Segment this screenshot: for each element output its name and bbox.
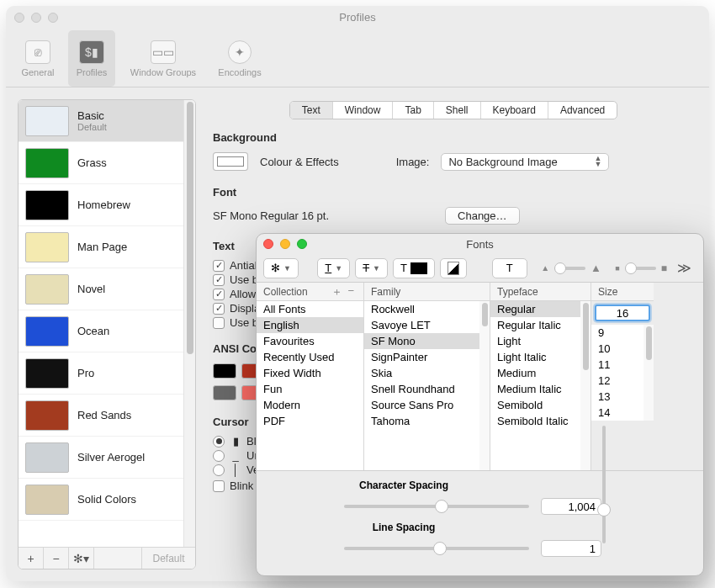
- font-item[interactable]: Rockwell: [364, 301, 479, 317]
- font-item[interactable]: Regular: [490, 301, 580, 317]
- background-section-title: Background: [213, 131, 697, 144]
- font-item[interactable]: SF Mono: [364, 333, 479, 349]
- char-spacing-slider[interactable]: [344, 505, 529, 508]
- toolbar-encodings[interactable]: ✦ Encodings: [211, 30, 268, 87]
- profile-row-pro[interactable]: Pro: [19, 352, 183, 395]
- shadow-blur-slider[interactable]: [625, 267, 656, 270]
- profile-row-novel[interactable]: Novel: [19, 268, 183, 310]
- cursor-radio[interactable]: [213, 450, 225, 462]
- shadow-opacity-slider[interactable]: [554, 267, 585, 270]
- size-slider[interactable]: [602, 426, 606, 543]
- font-item[interactable]: Medium: [490, 365, 580, 381]
- toolbar-profiles[interactable]: $▮ Profiles: [68, 30, 115, 87]
- collection-list[interactable]: All FontsEnglishFavouritesRecently UsedF…: [257, 301, 363, 470]
- blink-checkbox[interactable]: [213, 480, 225, 492]
- background-colour-swatch[interactable]: [213, 152, 248, 171]
- text-option-checkbox[interactable]: [213, 289, 225, 300]
- font-item[interactable]: Source Sans Pro: [364, 397, 479, 413]
- fonts-more-button[interactable]: ≫: [672, 260, 696, 276]
- strikethrough-button[interactable]: T ▼: [355, 258, 388, 278]
- ansi-swatch[interactable]: [213, 385, 236, 400]
- char-spacing-input[interactable]: [541, 498, 601, 515]
- font-item[interactable]: PDF: [257, 413, 363, 429]
- size-item[interactable]: 13: [591, 389, 644, 405]
- font-item[interactable]: Skia: [364, 365, 479, 381]
- size-item[interactable]: 14: [591, 405, 644, 421]
- profile-row-homebrew[interactable]: Homebrew: [19, 184, 183, 226]
- fonts-actions-button[interactable]: ✻ ▼: [263, 258, 299, 278]
- profile-row-grass[interactable]: Grass: [19, 142, 183, 184]
- size-list[interactable]: 91011121314: [591, 325, 644, 421]
- underline-button[interactable]: T ▼: [317, 258, 350, 278]
- family-list[interactable]: RockwellSavoye LETSF MonoSignPainterSkia…: [364, 301, 479, 470]
- sidebar-scrollbar[interactable]: [183, 100, 195, 547]
- font-item[interactable]: SignPainter: [364, 349, 479, 365]
- font-item[interactable]: Favourites: [257, 333, 363, 349]
- typeface-list[interactable]: RegularRegular ItalicLightLight ItalicMe…: [490, 301, 580, 470]
- collection-add-remove[interactable]: ＋−: [329, 284, 357, 299]
- font-item[interactable]: All Fonts: [257, 301, 363, 317]
- size-item[interactable]: 10: [591, 341, 644, 357]
- cursor-radio[interactable]: [213, 464, 225, 476]
- toolbar-profiles-label: Profiles: [77, 67, 108, 77]
- font-item[interactable]: Fun: [257, 381, 363, 397]
- profile-actions-button[interactable]: ✻▾: [69, 548, 94, 569]
- font-item[interactable]: Savoye LET: [364, 317, 479, 333]
- profile-row-ocean[interactable]: Ocean: [19, 310, 183, 352]
- typography-button[interactable]: T: [492, 258, 527, 278]
- font-item[interactable]: Light: [490, 333, 580, 349]
- remove-profile-button[interactable]: −: [44, 548, 69, 569]
- text-option-checkbox[interactable]: [213, 274, 225, 286]
- text-option-checkbox[interactable]: [213, 303, 225, 315]
- tab-text[interactable]: Text: [290, 102, 333, 119]
- font-item[interactable]: Tahoma: [364, 413, 479, 429]
- font-item[interactable]: Light Italic: [490, 349, 580, 365]
- background-image-popup[interactable]: No Background Image ▲▼: [441, 153, 609, 171]
- font-item[interactable]: Medium Italic: [490, 381, 580, 397]
- text-option-checkbox[interactable]: [213, 260, 225, 272]
- ansi-swatch[interactable]: [213, 363, 236, 379]
- set-default-button[interactable]: Default: [141, 548, 195, 569]
- font-item[interactable]: Regular Italic: [490, 317, 580, 333]
- toolbar-window-groups[interactable]: ▭▭ Window Groups: [122, 30, 204, 87]
- tab-shell[interactable]: Shell: [434, 102, 481, 119]
- size-item[interactable]: 11: [591, 357, 644, 373]
- add-profile-button[interactable]: +: [19, 548, 44, 569]
- sidebar-footer: + − ✻▾ Default: [19, 547, 195, 569]
- font-item[interactable]: Modern: [257, 397, 363, 413]
- doc-color-icon: [448, 262, 459, 275]
- profile-list[interactable]: BasicDefaultGrassHomebrewMan PageNovelOc…: [19, 100, 183, 547]
- tab-window[interactable]: Window: [333, 102, 394, 119]
- line-spacing-slider[interactable]: [344, 547, 529, 550]
- profile-row-basic[interactable]: BasicDefault: [19, 100, 183, 142]
- text-option-label: Antial: [230, 259, 257, 272]
- tab-tab[interactable]: Tab: [393, 102, 433, 119]
- font-item[interactable]: Semibold: [490, 397, 580, 413]
- line-spacing-input[interactable]: [541, 540, 601, 557]
- tab-keyboard[interactable]: Keyboard: [481, 102, 548, 119]
- profile-row-solid-colors[interactable]: Solid Colors: [19, 479, 183, 521]
- typeface-scrollbar[interactable]: [580, 301, 591, 470]
- size-scrollbar[interactable]: [644, 325, 654, 421]
- font-item[interactable]: Snell Roundhand: [364, 381, 479, 397]
- family-scrollbar[interactable]: [479, 301, 490, 470]
- size-item[interactable]: 12: [591, 373, 644, 389]
- profile-row-man-page[interactable]: Man Page: [19, 226, 183, 268]
- document-color-button[interactable]: [440, 258, 467, 278]
- font-item[interactable]: Fixed Width: [257, 365, 363, 381]
- toolbar-general[interactable]: ⎚ General: [14, 30, 61, 87]
- profile-row-red-sands[interactable]: Red Sands: [19, 395, 183, 437]
- text-option-checkbox[interactable]: [213, 317, 225, 329]
- font-item[interactable]: Recently Used: [257, 349, 363, 365]
- background-image-value: No Background Image: [448, 156, 557, 168]
- tab-advanced[interactable]: Advanced: [548, 102, 617, 119]
- text-color-button[interactable]: T: [393, 258, 435, 278]
- profile-thumb: [25, 106, 69, 136]
- font-item[interactable]: Semibold Italic: [490, 413, 580, 429]
- size-input[interactable]: [595, 305, 650, 321]
- size-item[interactable]: 9: [591, 325, 644, 341]
- cursor-radio[interactable]: [213, 436, 225, 448]
- change-font-button[interactable]: Change…: [445, 207, 520, 225]
- font-item[interactable]: English: [257, 317, 363, 333]
- profile-row-silver-aerogel[interactable]: Silver Aerogel: [19, 437, 183, 479]
